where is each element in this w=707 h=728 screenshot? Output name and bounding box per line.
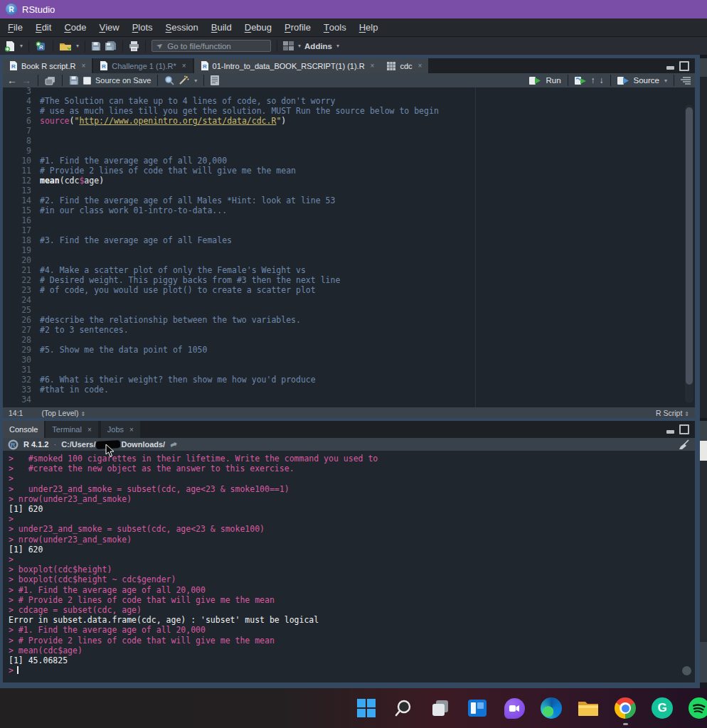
code-line-11: 11# Provide 2 lines of code that will gi…: [3, 166, 695, 176]
document-outline-icon[interactable]: [681, 76, 691, 85]
line-number: 5: [3, 106, 40, 116]
menu-item-file[interactable]: File: [1, 18, 29, 36]
code-line-18: 18#3. Find the average age of all Female…: [3, 235, 695, 245]
console-tab-terminal[interactable]: Terminal×: [46, 421, 97, 438]
menu-item-edit[interactable]: Edit: [29, 18, 58, 36]
clipchamp-icon[interactable]: [504, 697, 525, 719]
goto-directory-icon[interactable]: ➦: [169, 439, 179, 451]
save-all-icon[interactable]: [105, 41, 117, 51]
forward-icon[interactable]: →: [21, 75, 31, 85]
console-tab-jobs[interactable]: Jobs×: [101, 421, 140, 438]
edge-icon[interactable]: [541, 697, 562, 719]
code-line-22: 22# Desired weight. This piggy backs fro…: [3, 275, 695, 285]
close-icon[interactable]: ×: [182, 62, 186, 70]
menu-item-code[interactable]: Code: [58, 18, 92, 36]
close-icon[interactable]: ×: [81, 62, 85, 70]
run-icon[interactable]: [529, 76, 541, 85]
source-tab-book-r-script-r[interactable]: RBook R script.R×: [3, 58, 92, 73]
file-explorer-icon[interactable]: [578, 697, 599, 719]
save-icon[interactable]: [91, 41, 101, 51]
code-line-6: 6source("http://www.openintro.org/stat/d…: [3, 116, 695, 126]
addins-button[interactable]: Addins: [304, 42, 332, 50]
panes-grid-icon[interactable]: [283, 41, 294, 50]
line-number: 14: [3, 196, 40, 205]
start-icon[interactable]: [356, 697, 377, 719]
menu-item-tools[interactable]: Tools: [317, 18, 353, 36]
new-project-icon[interactable]: R: [35, 41, 47, 52]
run-button[interactable]: Run: [546, 76, 560, 85]
console-output-line: [1] 620: [9, 545, 695, 555]
menu-item-profile[interactable]: Profile: [278, 18, 317, 36]
close-icon[interactable]: ×: [87, 426, 92, 434]
grammarly-icon[interactable]: G: [652, 697, 673, 719]
tab-label: 01-Intro_to_data_BOOK_RSCRIPT(1) (1).R: [213, 62, 365, 70]
source-file-icon[interactable]: [617, 76, 629, 85]
new-file-icon[interactable]: [4, 41, 16, 52]
editor-save-icon[interactable]: [69, 75, 79, 85]
titlebar: R RStudio: [0, 0, 707, 18]
console-command-line: > boxplot(cdc$height): [9, 564, 695, 574]
console-scrollbar-thumb[interactable]: [682, 666, 691, 675]
menu-item-session[interactable]: Session: [159, 18, 205, 36]
open-new-window-icon[interactable]: [45, 76, 55, 85]
code-tools-icon[interactable]: [179, 75, 189, 85]
editor-scrollbar[interactable]: [685, 105, 693, 403]
panes-caret-icon[interactable]: ▾: [298, 43, 301, 49]
open-caret-icon[interactable]: ▾: [76, 43, 79, 49]
tab-label: Book R script.R: [21, 62, 75, 70]
menu-item-build[interactable]: Build: [205, 18, 238, 36]
menu-item-debug[interactable]: Debug: [238, 18, 278, 36]
code-editor[interactable]: 34#The Solution can take up to 4 lines o…: [3, 87, 695, 407]
run-next-icon[interactable]: ↓: [600, 75, 604, 85]
widgets-app-icon[interactable]: [467, 697, 488, 719]
source-on-save-checkbox[interactable]: [83, 77, 91, 85]
taskbar: G: [0, 688, 707, 728]
source-caret-icon[interactable]: ▾: [664, 77, 667, 84]
clear-console-icon[interactable]: [679, 439, 690, 450]
taskbar-icons: G: [356, 688, 707, 728]
code-line-3: 3: [3, 87, 695, 96]
console-pane: ConsoleTerminal×Jobs× R R 4.1.2 · C:/Use…: [3, 421, 695, 682]
svg-text:R: R: [11, 63, 16, 70]
open-folder-icon[interactable]: [59, 41, 72, 51]
maximize-pane-icon[interactable]: [679, 424, 689, 434]
rerun-icon[interactable]: [575, 76, 587, 85]
minimize-pane-icon[interactable]: [666, 430, 674, 434]
code-line-19: 19: [3, 245, 695, 255]
console-tab-bar: ConsoleTerminal×Jobs×: [3, 421, 695, 438]
console-command-line: > # Provide 2 lines of code that will gi…: [9, 636, 695, 646]
find-icon[interactable]: [164, 75, 174, 85]
goto-file-input[interactable]: ➤ Go to file/function: [152, 40, 271, 52]
console-tab-console[interactable]: Console: [3, 421, 44, 438]
close-icon[interactable]: ×: [371, 62, 375, 70]
search-icon[interactable]: [393, 697, 414, 719]
close-icon[interactable]: ×: [418, 62, 422, 70]
minimize-pane-icon[interactable]: [666, 66, 674, 70]
source-tab-01-intro-to-data-book-rscript-1-1-r[interactable]: R01-Intro_to_data_BOOK_RSCRIPT(1) (1).R×: [194, 58, 381, 73]
run-previous-icon[interactable]: ↑: [591, 75, 595, 85]
line-number: 27: [3, 325, 40, 335]
maximize-pane-icon[interactable]: [679, 61, 689, 71]
source-tab-cdc[interactable]: cdc×: [381, 58, 428, 73]
console-output[interactable]: > #smoked 100 cigarettes in their lifeti…: [3, 451, 695, 682]
source-button[interactable]: Source: [634, 76, 659, 85]
code-tools-caret-icon[interactable]: ▾: [194, 77, 197, 84]
spotify-icon[interactable]: [689, 697, 707, 719]
editor-scrollbar-thumb[interactable]: [686, 107, 693, 385]
source-tab-challenge-1-1-r[interactable]: RChallenge 1 (1).R*×: [93, 58, 192, 73]
task-view-icon[interactable]: [430, 697, 451, 719]
chrome-icon[interactable]: [615, 697, 636, 719]
close-icon[interactable]: ×: [129, 426, 134, 434]
compile-report-icon[interactable]: [211, 75, 219, 85]
line-number: 7: [3, 126, 40, 136]
new-file-caret-icon[interactable]: ▾: [20, 43, 23, 49]
console-cursor: [17, 666, 18, 674]
back-icon[interactable]: ←: [7, 75, 17, 85]
scope-selector[interactable]: (Top Level)⇕: [41, 409, 85, 417]
menu-item-plots[interactable]: Plots: [126, 18, 159, 36]
addins-caret-icon[interactable]: ▾: [336, 43, 339, 49]
menu-item-view[interactable]: View: [92, 18, 125, 36]
file-type-selector[interactable]: R Script⇕: [656, 409, 689, 417]
menu-item-help[interactable]: Help: [353, 18, 385, 36]
print-icon[interactable]: [129, 41, 139, 51]
